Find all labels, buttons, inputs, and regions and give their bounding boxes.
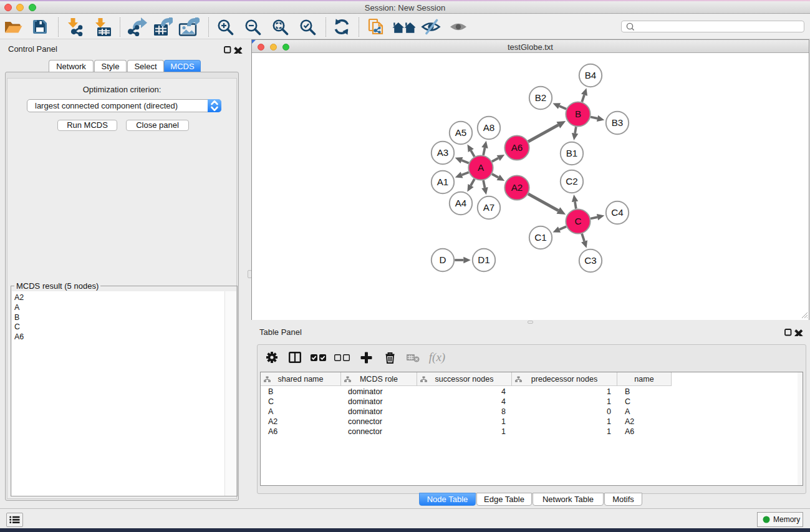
svg-text:A7: A7 xyxy=(483,202,495,213)
svg-text:A3: A3 xyxy=(437,147,449,158)
svg-text:D: D xyxy=(440,254,446,265)
svg-text:C4: C4 xyxy=(611,207,623,218)
svg-text:A8: A8 xyxy=(483,122,495,133)
svg-text:C2: C2 xyxy=(566,176,577,186)
svg-text:Memory: Memory xyxy=(773,515,800,524)
svg-text:A2: A2 xyxy=(511,182,523,193)
svg-text:B2: B2 xyxy=(535,92,547,103)
svg-text:A6: A6 xyxy=(511,142,523,153)
svg-text:A4: A4 xyxy=(455,198,467,208)
svg-text:A5: A5 xyxy=(455,127,467,138)
svg-text:C1: C1 xyxy=(534,232,546,243)
svg-text:A: A xyxy=(478,162,485,173)
svg-text:f(x): f(x) xyxy=(429,351,445,364)
svg-text:C: C xyxy=(575,216,582,226)
svg-text:A1: A1 xyxy=(437,177,449,187)
svg-text:D1: D1 xyxy=(478,254,489,265)
svg-text:B: B xyxy=(575,109,581,119)
svg-text:B3: B3 xyxy=(612,117,624,128)
svg-text:C3: C3 xyxy=(584,255,596,266)
svg-text:B1: B1 xyxy=(566,148,578,158)
svg-text:B4: B4 xyxy=(585,70,597,80)
